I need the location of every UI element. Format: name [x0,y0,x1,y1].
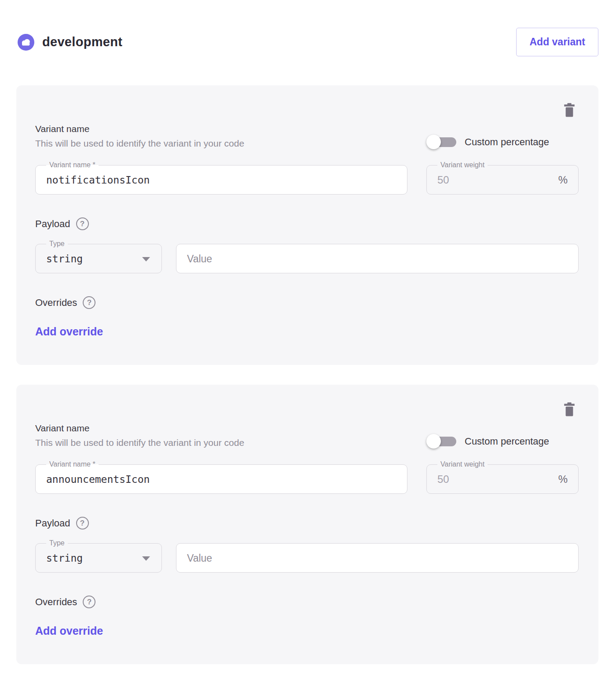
card-actions [35,402,579,417]
variant-weight-field-label: Variant weight [437,161,488,169]
question-mark-icon[interactable]: ? [76,217,89,230]
overrides-header: Overrides ? [35,596,579,608]
payload-label: Payload [35,518,70,529]
question-mark-icon[interactable]: ? [76,517,89,530]
add-override-button[interactable]: Add override [35,625,103,637]
custom-percentage-toggle[interactable] [426,434,456,449]
variant-weight-field[interactable]: Variant weight % [426,165,579,195]
add-override-button[interactable]: Add override [35,325,103,338]
payload-type-select[interactable]: Type string [35,244,162,273]
variant-weight-field-label: Variant weight [437,460,488,469]
payload-value-field[interactable] [176,543,579,573]
delete-variant-button[interactable] [563,402,576,417]
add-variant-button[interactable]: Add variant [516,28,598,56]
payload-value-input[interactable] [187,552,568,564]
payload-row: Type string [35,543,579,573]
overrides-label: Overrides [35,297,77,309]
question-mark-icon[interactable]: ? [83,596,95,608]
overrides-label: Overrides [35,596,77,608]
card-actions [35,103,579,118]
variant-weight-field[interactable]: Variant weight % [426,464,579,494]
payload-label: Payload [35,218,70,230]
variant-name-field-label: Variant name * [46,161,99,169]
question-mark-icon[interactable]: ? [83,296,95,309]
trash-icon [563,412,576,419]
payload-type-label: Type [46,239,68,248]
variant-name-section: Variant name This will be used to identi… [35,423,579,494]
variant-name-column: Variant name This will be used to identi… [35,124,407,195]
variant-name-input[interactable] [46,174,396,186]
page-title: development [42,35,122,49]
cloud-icon [18,34,34,51]
environment-header: development [16,34,122,51]
page: development Add variant [0,0,616,677]
variant-weight-input[interactable] [437,174,554,186]
payload-type-value: string [46,253,83,265]
chevron-down-icon [142,556,150,561]
variant-name-label: Variant name [35,124,407,134]
custom-percentage-label: Custom percentage [465,136,549,148]
delete-variant-button[interactable] [563,103,576,118]
custom-percentage-row: Custom percentage [426,135,579,149]
chevron-down-icon [142,257,150,261]
variant-name-help: This will be used to identify the varian… [35,138,407,149]
custom-percentage-toggle[interactable] [426,135,456,149]
overrides-header: Overrides ? [35,296,579,309]
custom-percentage-row: Custom percentage [426,434,579,449]
payload-type-value: string [46,552,83,564]
variant-name-input[interactable] [46,474,396,485]
variant-name-field[interactable]: Variant name * [35,464,407,494]
variant-name-help: This will be used to identify the varian… [35,438,407,448]
variant-name-column: Variant name This will be used to identi… [35,423,407,494]
percent-suffix: % [554,473,568,485]
variant-name-field-label: Variant name * [46,460,99,469]
variant-cards: Variant name This will be used to identi… [16,85,598,664]
percent-suffix: % [554,174,568,186]
custom-percentage-label: Custom percentage [465,436,549,447]
variant-weight-column: Custom percentage Variant weight % [426,434,579,494]
payload-header: Payload ? [35,517,579,530]
toggle-thumb [426,135,441,149]
payload-value-input[interactable] [187,253,568,265]
variant-card: Variant name This will be used to identi… [16,85,598,365]
variant-card: Variant name This will be used to identi… [16,385,598,664]
payload-row: Type string [35,244,579,273]
toggle-thumb [426,434,441,449]
variant-name-field[interactable]: Variant name * [35,165,407,195]
variant-name-label: Variant name [35,423,407,434]
variant-weight-column: Custom percentage Variant weight % [426,135,579,195]
payload-header: Payload ? [35,217,579,230]
payload-value-field[interactable] [176,244,579,273]
payload-type-label: Type [46,539,68,548]
trash-icon [563,113,576,119]
header: development Add variant [16,28,598,56]
payload-type-select[interactable]: Type string [35,543,162,573]
variant-name-section: Variant name This will be used to identi… [35,124,579,195]
variant-weight-input[interactable] [437,473,554,485]
